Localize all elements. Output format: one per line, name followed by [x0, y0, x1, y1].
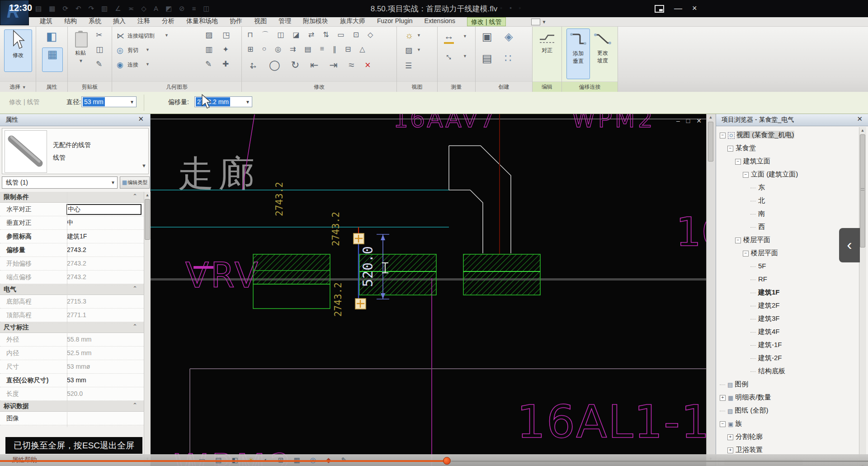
offset-dim-label-3[interactable]: 2743.2 — [333, 282, 344, 317]
copy-icon[interactable]: ◯ — [269, 59, 280, 71]
scroll-up-icon[interactable]: ▲ — [860, 128, 865, 133]
flip-icon[interactable]: ⇅ — [323, 30, 329, 40]
info-center-icon[interactable]: ▫ — [491, 3, 493, 13]
tree-item-5[interactable]: 北 — [717, 194, 859, 207]
redo-icon[interactable]: ↷ — [89, 3, 94, 14]
rotate-icon[interactable]: ↻ — [291, 59, 299, 71]
extend-icon[interactable]: ⇉ — [290, 45, 296, 53]
properties-toggle-button[interactable]: ▦ — [42, 48, 63, 72]
dimension-icon[interactable]: ≍ — [128, 3, 134, 14]
ribbon-tab-5[interactable]: 分析 — [162, 17, 175, 26]
prop-value[interactable]: 53 mm — [67, 376, 142, 384]
tree-item-17[interactable]: 建筑-2F — [717, 351, 859, 364]
remove-coping-icon[interactable]: ✦ — [222, 45, 229, 54]
tree-item-7[interactable]: 西 — [717, 220, 859, 233]
tree-item-9[interactable]: −楼层平面 — [717, 246, 859, 259]
tree-item-3[interactable]: −立面 (建筑立面) — [717, 167, 859, 181]
properties-scrollbar[interactable]: ▲ ▼ — [144, 192, 151, 463]
trim-corner-icon[interactable]: ⇤ — [310, 59, 318, 71]
panel-select-label[interactable]: 选择 ▼ — [0, 81, 36, 92]
justify-button[interactable]: 对正 — [535, 29, 559, 78]
save-icon[interactable]: ▦ — [49, 3, 55, 14]
prop-value[interactable]: 建筑1F — [67, 233, 142, 241]
chevron-down-icon[interactable]: ▼ — [128, 100, 136, 105]
cutaway-icon[interactable]: ▨ — [405, 46, 412, 55]
panel-geometry-label[interactable]: 几何图形 — [112, 81, 241, 92]
ribbon-tab-9[interactable]: 管理 — [278, 17, 291, 26]
prop-value[interactable]: 中 — [67, 219, 142, 227]
drawing-area[interactable]: 16AAV7 WPM2 走廊 VRV 2743.2 2743.2 2743.2 — [151, 114, 706, 466]
collapse-icon[interactable]: − — [727, 146, 733, 152]
copy-icon[interactable]: ◫ — [96, 45, 103, 54]
prop-value[interactable]: 2743.2 — [67, 273, 142, 281]
tree-item-0[interactable]: −视图 (某食堂_机电) — [717, 128, 859, 141]
switch-window-icon[interactable]: ◫ — [203, 3, 209, 14]
busway-segment-1-hatched[interactable] — [253, 254, 330, 284]
split-icon[interactable]: ⊞ — [247, 45, 253, 53]
ribbon-tab-1[interactable]: 结构 — [64, 17, 77, 26]
video-progress-knob[interactable] — [443, 457, 451, 465]
collapse-icon[interactable]: − — [743, 172, 749, 178]
guide-icon[interactable]: ∥ — [333, 45, 336, 53]
tree-item-6[interactable]: 南 — [717, 207, 859, 220]
expand-icon[interactable]: + — [720, 395, 726, 401]
demolish-icon[interactable]: ✚ — [222, 59, 229, 69]
video-control-bar[interactable]: 属性帮助 ▭▤◧☀◐⊞▦◎◆✎ — [0, 454, 868, 466]
tree-item-18[interactable]: 结构底板 — [717, 364, 859, 377]
chevron-down-icon[interactable]: ▼ — [417, 33, 421, 38]
cut-icon[interactable]: ✂ — [96, 30, 102, 40]
tree-item-8[interactable]: −楼层平面 — [717, 233, 859, 246]
paint-icon[interactable]: ✎ — [205, 59, 212, 69]
text-icon[interactable]: A — [154, 3, 158, 14]
mirror-icon[interactable]: ◫ — [277, 30, 284, 40]
open-icon[interactable]: ▤ — [35, 3, 42, 14]
browser-vertical-scrollbar[interactable]: ▲ ▼ — [859, 127, 866, 466]
video-progress-played[interactable] — [0, 460, 446, 462]
project-browser-header[interactable]: 项目浏览器 - 某食堂_电气 ✕ — [716, 114, 868, 126]
prop-section-10[interactable]: 尺寸标注⌃ — [0, 322, 144, 333]
paste-icon[interactable] — [75, 32, 88, 48]
view-minimize-icon[interactable]: – — [676, 117, 680, 124]
ribbon-tab-10[interactable]: 附加模块 — [303, 17, 328, 26]
busway-segment-3[interactable] — [463, 254, 540, 295]
modify-tool-button[interactable]: 修改 — [4, 29, 32, 72]
panel-create-label[interactable]: 创建 — [476, 81, 532, 92]
prop-section-0[interactable]: 限制条件⌃ — [0, 192, 144, 203]
collapse-chevron-icon[interactable]: ⌃ — [132, 193, 137, 200]
prop-value[interactable]: 53 mmø — [67, 363, 142, 370]
collapse-chevron-icon[interactable]: ⌃ — [132, 285, 137, 292]
collapse-icon[interactable]: − — [720, 133, 726, 138]
panel-view-label[interactable]: 视图 — [397, 81, 437, 92]
tree-item-4[interactable]: 东 — [717, 181, 859, 194]
tree-item-19[interactable]: ▤图例 — [717, 377, 859, 390]
cut-wall-icon[interactable]: ◳ — [222, 30, 230, 40]
prop-value[interactable]: 中心 — [68, 205, 140, 214]
3d-view-icon[interactable]: ◩ — [165, 3, 172, 14]
tree-item-22[interactable]: −▣族 — [717, 417, 859, 430]
cope-icon[interactable]: ▨ — [205, 30, 212, 40]
prop-value[interactable]: 2715.3 — [67, 298, 142, 305]
panel-edit-label[interactable]: 编辑 — [533, 81, 561, 92]
array-icon[interactable]: ▤ — [304, 45, 311, 53]
lightbulb-icon[interactable]: ☼ — [405, 30, 413, 41]
collapse-icon[interactable]: − — [735, 238, 741, 243]
change-slope-button[interactable]: 更改坡度 — [591, 29, 614, 78]
ribbon-state-dropdown[interactable]: ▼ — [531, 19, 547, 25]
offset-dim-label-2[interactable]: 2743.2 — [330, 212, 341, 246]
tree-item-20[interactable]: +▦明细表/数量 — [717, 390, 859, 404]
scale-icon[interactable]: ◇ — [368, 30, 373, 40]
ribbon-tab-7[interactable]: 协作 — [230, 17, 242, 26]
help-icon[interactable]: ◦ — [519, 3, 521, 13]
collapse-icon[interactable]: − — [720, 421, 726, 427]
match-type-icon[interactable]: ✎ — [96, 59, 102, 69]
chevron-down-icon[interactable]: ▼ — [146, 62, 150, 67]
create-group-icon[interactable]: ▤ — [482, 52, 492, 65]
tree-item-1[interactable]: −某食堂 — [717, 141, 859, 154]
panel-properties-label[interactable]: 属性 — [36, 81, 67, 92]
scrollbar-thumb[interactable] — [145, 199, 150, 240]
scrollbar-thumb[interactable] — [708, 122, 713, 162]
scroll-up-icon[interactable]: ▲ — [145, 193, 150, 197]
ribbon-tab-12[interactable]: Fuzor Plugin — [377, 17, 413, 26]
chevron-down-icon[interactable]: ▼ — [417, 48, 421, 52]
expand-icon[interactable]: + — [727, 447, 733, 453]
